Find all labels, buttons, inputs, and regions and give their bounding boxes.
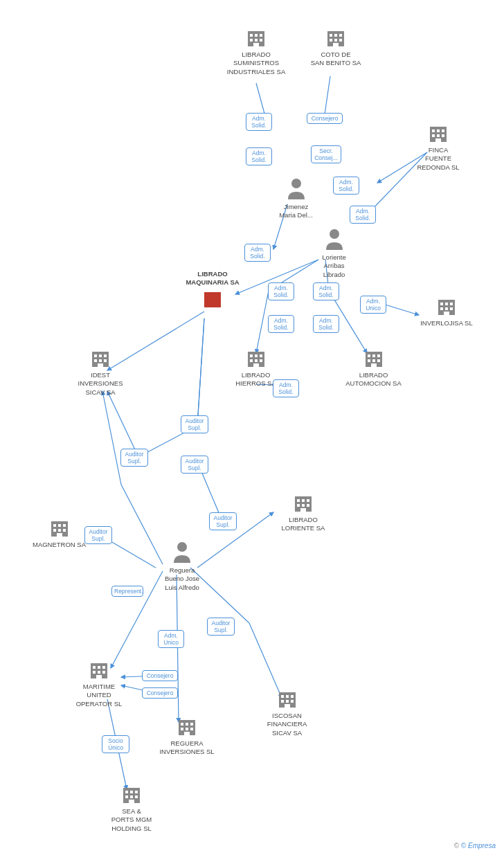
svg-rect-125 (186, 728, 188, 730)
svg-rect-62 (210, 304, 215, 307)
svg-rect-40 (339, 34, 342, 37)
svg-rect-142 (135, 795, 138, 798)
badge-auditor-supl-3: AuditorSupl. (181, 456, 208, 474)
person-icon-jimenez (286, 177, 307, 201)
node-reguera-inversiones: REGUERA INVERSIONES SL (156, 717, 218, 757)
building-icon-inverlojisa (436, 296, 457, 317)
svg-rect-52 (435, 138, 441, 142)
svg-rect-68 (255, 359, 258, 362)
badge-adm-solid-10: Adm.Solid. (273, 379, 299, 397)
svg-rect-122 (186, 723, 188, 726)
svg-rect-102 (300, 508, 306, 512)
svg-rect-127 (184, 732, 190, 735)
svg-rect-31 (255, 34, 258, 37)
svg-rect-113 (93, 666, 96, 669)
svg-rect-48 (442, 129, 444, 132)
badge-consejero-1: Consejero (307, 113, 343, 124)
svg-rect-101 (307, 504, 309, 507)
svg-rect-126 (190, 728, 193, 730)
svg-rect-106 (63, 524, 66, 527)
svg-rect-89 (99, 354, 102, 357)
svg-rect-47 (437, 129, 440, 132)
svg-point-53 (291, 179, 301, 188)
node-loriente: Loriente Arribas Librado (305, 227, 363, 279)
svg-rect-41 (330, 39, 332, 42)
building-icon-sea-ports (121, 784, 142, 805)
svg-rect-69 (260, 359, 262, 362)
svg-rect-39 (334, 34, 337, 37)
badge-auditor-supl-5: AuditorSupl. (84, 526, 112, 544)
node-librado-suministros: LIBRADO SUMINISTROS INDUSTRIALES SA (222, 28, 291, 76)
svg-rect-92 (99, 359, 102, 362)
node-sea-ports: SEA & PORTS MGM HOLDING SL (100, 784, 163, 833)
node-maritime-united: MARITIME UNITED OPERATOR SL (68, 660, 130, 708)
svg-rect-43 (339, 39, 342, 42)
svg-rect-60 (211, 300, 214, 303)
building-icon-magnetron (49, 518, 70, 539)
svg-rect-73 (372, 354, 375, 357)
badge-adm-solid-9: Adm.Solid. (313, 315, 339, 333)
svg-rect-133 (286, 700, 289, 703)
svg-rect-88 (94, 354, 97, 357)
node-idest: IDEST INVERSIONES SICAV SA (69, 348, 132, 397)
badge-adm-unico-2: Adm.Unico (158, 630, 184, 648)
svg-rect-59 (206, 300, 209, 303)
node-coto-san-benito: COTO DE SAN BENITO SA (305, 28, 367, 68)
svg-rect-84 (445, 307, 448, 310)
node-jimenez: Jimenez Maria Del... (267, 177, 325, 220)
svg-rect-64 (250, 354, 253, 357)
svg-rect-35 (260, 39, 262, 42)
svg-rect-75 (368, 359, 370, 362)
svg-rect-99 (297, 504, 300, 507)
svg-rect-118 (102, 671, 105, 674)
svg-rect-132 (281, 700, 284, 703)
svg-rect-93 (104, 359, 107, 362)
svg-point-111 (177, 542, 187, 552)
svg-rect-117 (98, 671, 100, 674)
badge-adm-solid-4: Adm.Solid. (350, 206, 376, 224)
badge-adm-solid-5: Adm.Solid. (244, 244, 271, 262)
badge-auditor-supl-6: AuditorSupl. (207, 618, 235, 636)
badge-adm-unico-1: Adm.Unico (360, 296, 386, 314)
svg-rect-57 (211, 295, 214, 298)
node-iscosan: ISCOSAN FINANCIERA SICAV SA (254, 689, 320, 737)
svg-line-17 (197, 318, 204, 426)
svg-rect-58 (216, 295, 219, 298)
svg-rect-78 (371, 363, 377, 367)
svg-rect-72 (368, 354, 370, 357)
badge-secr-consej: Secr.Consej... (311, 145, 341, 163)
building-icon-iscosan (277, 689, 298, 710)
svg-rect-32 (260, 34, 262, 37)
person-icon-reguera (172, 540, 192, 564)
node-inverlojisa: INVERLOJISA SL (415, 296, 478, 327)
svg-rect-135 (285, 704, 290, 708)
svg-line-23 (177, 575, 179, 722)
svg-line-7 (256, 291, 269, 353)
svg-rect-77 (377, 359, 380, 362)
svg-rect-50 (437, 134, 440, 137)
svg-rect-100 (302, 504, 305, 507)
svg-rect-140 (125, 795, 128, 798)
svg-line-25 (249, 623, 282, 698)
badge-adm-solid-7: Adm.Solid. (313, 282, 339, 300)
building-icon-automocion (363, 348, 384, 369)
building-icon-librado-maquinaria (202, 289, 223, 309)
badge-adm-solid-2: Adm.Solid. (246, 147, 272, 165)
building-icon-reguera-inv (177, 717, 197, 737)
svg-rect-74 (377, 354, 380, 357)
badge-consejero-2: Consejero (142, 670, 178, 681)
building-icon-finca (428, 123, 449, 144)
svg-rect-114 (98, 666, 100, 669)
svg-rect-115 (102, 666, 105, 669)
svg-rect-134 (291, 700, 294, 703)
node-librado-loriente: LIBRADO LORIENTE SA (272, 493, 334, 533)
badge-socio-unico: SocioÚnico (102, 735, 129, 753)
building-icon-idest (90, 348, 111, 369)
svg-rect-76 (372, 359, 375, 362)
badge-auditor-supl-4: AuditorSupl. (209, 512, 237, 530)
svg-rect-96 (297, 499, 300, 502)
svg-rect-81 (445, 303, 448, 305)
badge-consejero-3: Consejero (142, 687, 178, 699)
building-icon-librado-suministros (246, 28, 267, 48)
badge-adm-solid-8: Adm.Solid. (268, 315, 294, 333)
